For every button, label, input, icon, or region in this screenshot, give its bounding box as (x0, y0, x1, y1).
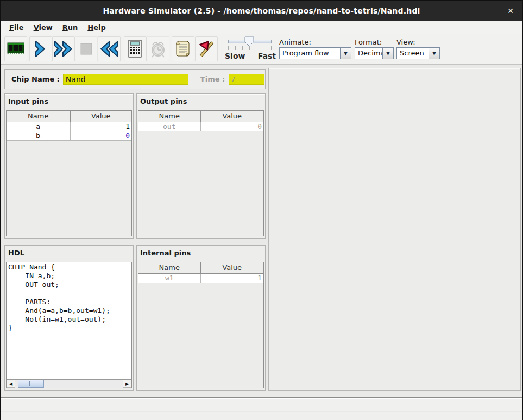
time-field: 7 (229, 74, 264, 85)
menu-view[interactable]: View (30, 22, 56, 33)
menu-run[interactable]: Run (59, 22, 82, 33)
scrollbar-track[interactable] (15, 380, 123, 388)
column-header-name: Name (138, 111, 200, 122)
output-pins-table: Name Value out 0 (138, 110, 264, 236)
input-pins-table: Name Value a 1 b 0 (6, 110, 132, 236)
memory-chip-icon (6, 40, 26, 58)
app-window: Hardware Simulator (2.5) - /home/thomas/… (0, 0, 523, 420)
status-message-bar (1, 399, 522, 411)
animate-value: Program flow (280, 48, 340, 59)
single-step-button[interactable] (29, 36, 52, 61)
pin-name[interactable]: a (7, 122, 70, 131)
input-pins-title: Input pins (5, 94, 133, 109)
load-script-button[interactable] (172, 36, 194, 61)
input-pins-panel: Input pins Name Value a 1 b 0 (4, 93, 134, 239)
menu-bar: File View Run Help (1, 21, 522, 34)
clock-icon (148, 39, 168, 59)
calculator-icon (126, 39, 144, 59)
reset-button[interactable] (98, 36, 121, 61)
window-title: Hardware Simulator (2.5) - /home/thomas/… (103, 7, 420, 15)
column-header-value: Value (70, 111, 131, 122)
column-header-value: Value (200, 111, 263, 122)
pin-value[interactable]: 0 (200, 122, 263, 131)
table-row[interactable]: out 0 (138, 122, 263, 131)
run-button[interactable] (52, 36, 75, 61)
breakpoints-button[interactable] (195, 36, 218, 61)
breakpoint-flag-icon (197, 39, 216, 59)
run-icon (53, 40, 74, 58)
table-row[interactable]: w1 1 (138, 273, 263, 283)
chevron-down-icon[interactable]: ▼ (429, 48, 439, 59)
chip-name-input[interactable]: Nand (63, 74, 188, 85)
hdl-code: CHIP Nand { IN a,b; OUT out; PARTS: And(… (7, 262, 131, 333)
menu-help[interactable]: Help (84, 22, 109, 33)
slider-ticks (228, 46, 272, 50)
scrollbar-thumb[interactable] (18, 380, 44, 388)
title-bar: Hardware Simulator (2.5) - /home/thomas/… (1, 1, 522, 21)
rewind-icon (98, 40, 120, 58)
slider-fast-label: Fast (258, 52, 276, 60)
chevron-down-icon[interactable]: ▼ (382, 48, 393, 59)
chip-name-bar: Chip Name : Nand Time : 7 (4, 69, 266, 89)
internal-pins-panel: Internal pins Name Value w1 1 (136, 245, 266, 391)
internal-pins-table: Name Value w1 1 (138, 262, 264, 388)
pin-value[interactable]: 1 (70, 122, 131, 131)
chip-name-text: Nand (66, 75, 86, 84)
animate-select[interactable]: Program flow ▼ (279, 47, 351, 59)
hdl-code-area[interactable]: CHIP Nand { IN a,b; OUT out; PARTS: And(… (7, 262, 131, 379)
format-combo-group: Format: Decimal ▼ (355, 38, 394, 59)
format-label: Format: (355, 38, 394, 46)
pin-name[interactable]: b (7, 131, 70, 140)
animate-label: Animate: (279, 38, 351, 46)
column-header-value: Value (200, 262, 263, 273)
bottom-strip (1, 412, 522, 420)
hdl-view: CHIP Nand { IN a,b; OUT out; PARTS: And(… (6, 262, 132, 388)
internal-pins-title: Internal pins (137, 246, 265, 261)
format-value: Decimal (355, 48, 382, 59)
calculator-button[interactable] (124, 36, 147, 61)
close-icon[interactable]: ✕ (506, 6, 515, 16)
animate-combo-group: Animate: Program flow ▼ (279, 38, 351, 59)
menu-file[interactable]: File (5, 22, 28, 33)
output-pins-panel: Output pins Name Value out 0 (136, 93, 266, 239)
stop-icon (79, 41, 94, 57)
chip-name-label: Chip Name : (11, 75, 60, 83)
view-label: View: (396, 38, 440, 46)
output-pins-title: Output pins (137, 94, 265, 109)
chevron-down-icon[interactable]: ▼ (340, 48, 351, 59)
speed-slider[interactable]: Slow Fast (224, 36, 276, 62)
scroll-right-icon[interactable]: ▶ (123, 380, 131, 388)
pin-name[interactable]: w1 (138, 273, 200, 283)
view-select[interactable]: Screen ▼ (396, 47, 440, 59)
stop-button (75, 36, 98, 61)
hdl-panel: HDL CHIP Nand { IN a,b; OUT out; PARTS: … (4, 245, 134, 391)
column-header-name: Name (138, 262, 200, 273)
view-value: Screen (397, 48, 429, 59)
table-row[interactable]: b 0 (7, 131, 131, 140)
pin-name[interactable]: out (138, 122, 200, 131)
hdl-horizontal-scrollbar[interactable]: ◀ ▶ (7, 379, 131, 388)
load-chip-button[interactable] (4, 36, 27, 61)
scroll-left-icon[interactable]: ◀ (7, 380, 15, 388)
screen-display-panel (268, 68, 521, 391)
time-label: Time : (200, 75, 225, 83)
pin-value[interactable]: 1 (200, 273, 263, 283)
script-scroll-icon (174, 39, 192, 59)
toolbar: Slow Fast Animate: Program flow ▼ Format… (1, 34, 522, 65)
hdl-title: HDL (5, 246, 133, 261)
view-combo-group: View: Screen ▼ (396, 38, 440, 59)
clock-button (147, 36, 169, 61)
text-cursor (86, 76, 86, 84)
slider-slow-label: Slow (225, 52, 245, 60)
single-step-icon (31, 40, 50, 58)
pin-value[interactable]: 0 (70, 131, 131, 140)
table-row[interactable]: a 1 (7, 122, 131, 131)
column-header-name: Name (7, 111, 70, 122)
format-select[interactable]: Decimal ▼ (355, 47, 394, 59)
